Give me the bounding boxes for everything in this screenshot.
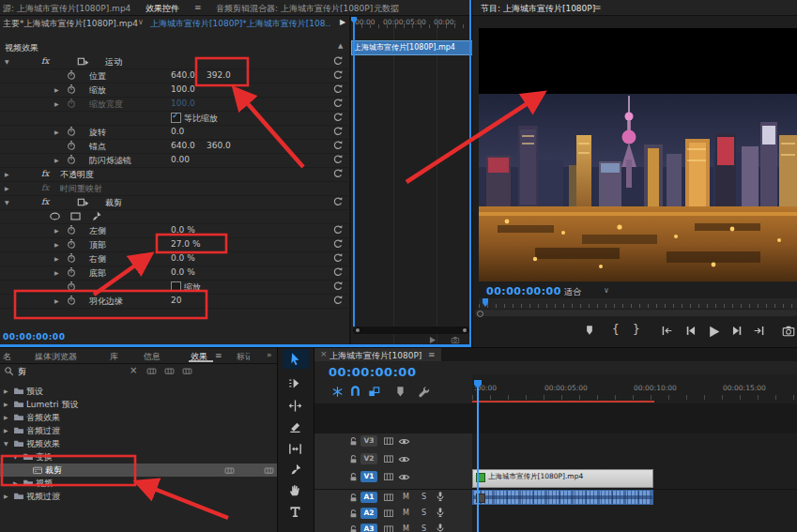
keyframe-stopwatch-icon[interactable] [66,84,77,95]
effect-name[interactable]: 运动 [105,56,122,68]
fx-tab-2[interactable]: 库 [110,351,118,363]
add-marker-button[interactable] [584,325,595,336]
fx-tab-5[interactable]: 标记 [237,351,250,363]
type-tool[interactable] [288,505,302,519]
track-lane-A1[interactable] [472,490,797,506]
ecp-tab-3[interactable]: 元数据 [374,3,399,15]
keyframe-stopwatch-icon[interactable] [66,266,77,278]
track-lock-icon[interactable] [348,509,359,519]
panel-menu-icon[interactable]: ≡ [215,351,222,360]
param-value[interactable]: 27.0 % [171,239,200,249]
fx-badge-icon[interactable]: fx [41,56,49,66]
reset-param-icon[interactable] [332,281,344,292]
reset-param-icon[interactable] [332,295,344,306]
track-header-V1[interactable]: V1 [314,469,473,489]
fx-badge-icon[interactable]: fx [41,169,49,178]
param-name[interactable]: 左侧 [89,225,106,237]
track-lane-A3[interactable] [472,522,797,532]
audio-clip[interactable] [472,490,653,505]
checkbox-label[interactable]: 缩放 [184,281,201,294]
fx-tab-0[interactable]: 名 [3,351,11,363]
tree-item-裁剪[interactable]: 裁剪 [0,464,277,477]
timeline-playhead[interactable] [477,388,479,532]
sync-lock-icon[interactable] [383,453,394,464]
track-target-A3[interactable]: A3 [360,524,377,532]
fx-tab-3[interactable]: 信息 [144,351,161,363]
track-header-A3[interactable]: A3MS [314,522,473,532]
reset-param-icon[interactable] [332,224,344,236]
reset-param-icon[interactable] [332,168,344,179]
reset-param-icon[interactable] [332,69,344,81]
track-lane-A2[interactable] [472,506,797,522]
mini-timeline-clip[interactable]: 上海城市宣传片[1080P].mp4 [351,40,473,55]
hand-tool[interactable] [288,483,302,497]
mark-in-button[interactable]: { [612,323,620,336]
reset-param-icon[interactable] [332,196,344,207]
param-value[interactable]: 0.00 [171,155,190,164]
reset-param-icon[interactable] [332,55,344,67]
checkbox-label[interactable]: 等比缩放 [184,113,218,125]
solo-button[interactable]: S [421,493,426,501]
param-value[interactable]: 360.0 [207,141,231,150]
go-to-in-button[interactable] [661,325,673,337]
reset-param-icon[interactable] [332,84,344,95]
param-value[interactable]: 0.0 % [171,267,195,277]
pen-tool[interactable] [288,463,302,477]
track-target-A2[interactable]: A2 [360,508,377,519]
expand-icon[interactable]: ▶ [54,100,59,107]
step-forward-button[interactable] [731,325,743,337]
sync-lock-icon[interactable] [383,508,394,519]
track-header-A2[interactable]: A2MS [314,506,473,522]
track-lock-icon[interactable] [348,524,359,532]
param-value[interactable]: 640.0 [171,141,195,150]
track-output-eye-icon[interactable] [398,453,410,465]
expand-icon[interactable]: ▶ [54,227,59,234]
program-timecode[interactable]: 00:00:00:00 [486,285,561,297]
param-value[interactable]: 20 [171,296,181,305]
slip-tool[interactable] [288,442,302,456]
param-value[interactable]: 0.0 [171,127,184,136]
expand-icon[interactable]: ▶ [13,479,18,486]
param-value[interactable]: 100.0 [171,84,195,94]
ellipse-mask-icon[interactable] [49,210,61,222]
track-target-A1[interactable]: A1 [360,492,377,503]
expand-icon[interactable]: ▶ [54,269,59,276]
effect-controls-timecode[interactable]: 00:00:00:00 [3,332,65,342]
keyframe-stopwatch-icon[interactable] [66,252,77,264]
sync-lock-icon[interactable] [383,471,394,482]
zoom-level-dropdown[interactable]: 适合 ∨ [560,285,619,297]
mute-button[interactable]: M [403,509,409,517]
mark-out-button[interactable]: } [633,323,640,336]
param-name[interactable]: 羽化边缘 [89,296,123,308]
expand-icon[interactable]: ▶ [5,171,9,177]
tree-item-预设[interactable]: ▶预设 [0,385,277,398]
tree-item-视频[interactable]: ▶视频 [0,477,277,490]
checkbox[interactable]: ✓ [171,113,181,123]
voiceover-mic-icon[interactable] [435,507,446,518]
keyframe-stopwatch-icon[interactable] [66,224,77,236]
play-icon[interactable] [428,336,437,344]
reset-param-icon[interactable] [332,140,344,151]
program-monitor-title[interactable]: 节目: 上海城市宣传片[1080P] [481,3,595,15]
expand-icon[interactable]: ▶ [4,388,8,394]
effect-name[interactable]: 裁剪 [105,197,122,209]
fx-tab-1[interactable]: 媒体浏览器 [35,351,77,363]
expand-icon[interactable]: ▶ [5,185,9,191]
tree-item-视频效果[interactable]: ▼视频效果 [0,437,277,450]
tree-item-Lumetri 预设[interactable]: ▶Lumetri 预设 [0,398,277,411]
track-lane-V3[interactable] [472,433,797,451]
track-lane-V1[interactable]: 上海城市宣传片[1080P].mp4 [472,469,797,489]
track-header-V2[interactable]: V2 [314,451,473,469]
solo-button[interactable]: S [421,524,426,532]
param-name[interactable]: 位置 [89,70,106,83]
param-name[interactable]: 右侧 [89,253,106,266]
expand-icon[interactable]: ▶ [4,493,8,499]
video-clip[interactable]: 上海城市宣传片[1080P].mp4 [472,469,653,488]
track-target-V3[interactable]: V3 [360,435,377,447]
sync-lock-icon[interactable] [383,492,394,503]
effect-controls-mini-timeline[interactable]: 00:0000:00:05:0000:00: 上海城市宣传片[1080P].mp… [351,16,471,344]
accelerated-effects-icon[interactable] [146,366,158,376]
mute-button[interactable]: M [403,493,409,501]
razor-tool[interactable] [288,420,302,434]
collapse-icon[interactable]: ▼ [5,58,9,65]
